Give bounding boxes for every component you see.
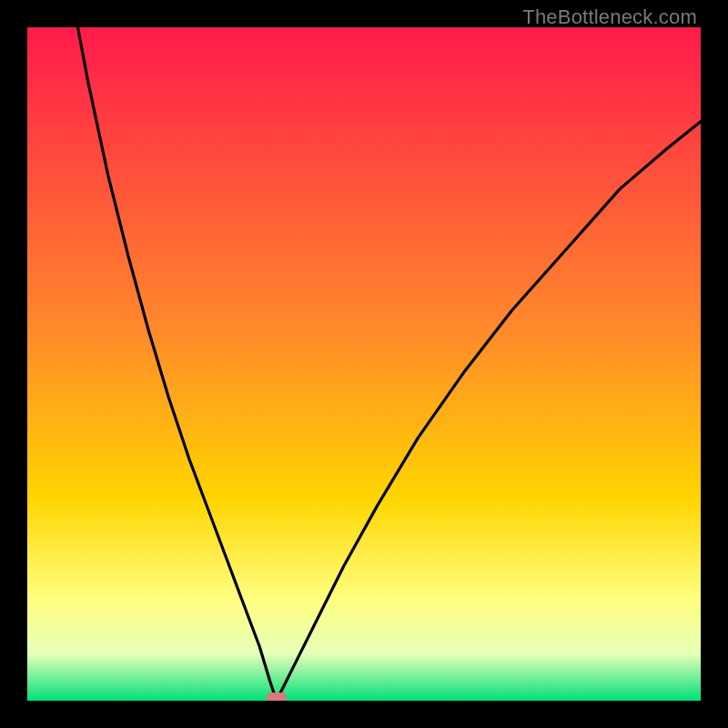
minimum-marker xyxy=(267,693,287,701)
chart-frame xyxy=(27,27,701,701)
bottleneck-chart xyxy=(27,27,701,701)
gradient-background xyxy=(27,27,701,701)
watermark-text: TheBottleneck.com xyxy=(522,5,697,29)
